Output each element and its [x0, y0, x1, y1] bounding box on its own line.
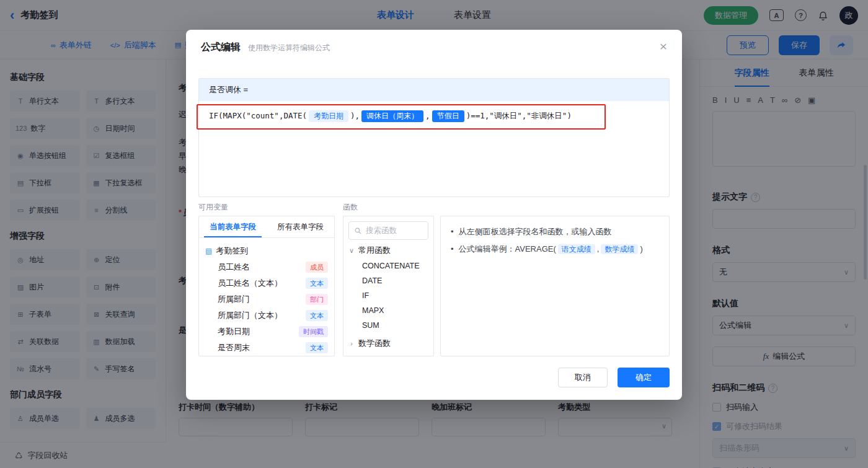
bullet-icon: •	[451, 225, 454, 239]
field-type-tag: 时间戳	[299, 326, 328, 337]
formula-field-token[interactable]: 考勤日期	[309, 110, 348, 122]
example-field-token: 语文成绩	[558, 244, 595, 254]
search-icon	[354, 227, 362, 235]
formula-field-token[interactable]: 调休日（周末）	[361, 110, 423, 122]
variables-tabs: 当前表单字段所有表单字段	[199, 216, 334, 238]
formula-text: ),	[350, 111, 360, 120]
function-item[interactable]: MAPX	[348, 303, 428, 318]
variable-field-row[interactable]: 所属部门（文本）文本	[205, 307, 328, 324]
variables-tree: ▤考勤签到员工姓名成员员工姓名（文本）文本所属部门部门所属部门（文本）文本考勤日…	[199, 238, 334, 356]
functions-tree: ∨常用函数CONCATENATEDATEIFMAPXSUM›数学函数›文本函数	[348, 242, 428, 356]
function-group[interactable]: ∨常用函数	[348, 242, 428, 258]
field-type-tag: 文本	[306, 278, 328, 289]
help-text: 从左侧面板选择字段名和函数，或输入函数	[459, 225, 612, 239]
form-node[interactable]: ▤考勤签到	[205, 243, 328, 259]
help-line: • 公式编辑举例：AVERAGE(语文成绩,数学成绩)	[451, 242, 659, 256]
variable-field-name: 员工姓名	[218, 262, 250, 273]
screen: ‹ 考勤签到 表单设计表单设置 数据管理 A ? 政 ∞表单外链</>后端脚本▤…	[0, 0, 868, 468]
confirm-button[interactable]: 确定	[618, 368, 670, 387]
function-group-label: 常用函数	[358, 245, 391, 256]
formula-field-token[interactable]: 节假日	[432, 110, 464, 122]
variable-field-row[interactable]: 员工姓名（文本）文本	[205, 275, 328, 291]
variable-field-row[interactable]: 是否周末文本	[205, 340, 328, 356]
function-search-input[interactable]: 搜索函数	[348, 221, 428, 240]
formula-text: ,	[425, 111, 430, 120]
chevron-right-icon: ›	[348, 340, 355, 347]
function-item[interactable]: IF	[348, 288, 428, 303]
function-item[interactable]: SUM	[348, 318, 428, 333]
function-group[interactable]: ›文本函数	[348, 354, 428, 356]
modal-header: 公式编辑 使用数学运算符编辑公式	[186, 30, 682, 54]
form-node-label: 考勤签到	[216, 245, 248, 257]
field-type-tag: 部门	[306, 294, 328, 305]
variable-field-name: 所属部门	[218, 294, 250, 305]
formula-text: IF(MAPX("count",DATE(	[209, 111, 307, 120]
variables-tab[interactable]: 所有表单字段	[267, 216, 334, 237]
variable-field-name: 所属部门（文本）	[218, 310, 282, 321]
modal-subtitle: 使用数学运算符编辑公式	[248, 43, 330, 53]
variables-label: 可用变量	[198, 202, 228, 213]
variable-field-row[interactable]: 所属部门部门	[205, 291, 328, 307]
formula-input[interactable]: IF(MAPX("count",DATE(考勤日期),调休日（周末）,节假日)=…	[199, 101, 669, 131]
modal-footer: 取消 确定	[558, 368, 670, 387]
search-placeholder: 搜索函数	[366, 226, 397, 236]
bullet-icon: •	[451, 242, 454, 256]
variables-panel: 当前表单字段所有表单字段 ▤考勤签到员工姓名成员员工姓名（文本）文本所属部门部门…	[198, 216, 335, 356]
close-icon[interactable]: ×	[660, 40, 667, 53]
functions-label: 函数	[343, 202, 358, 213]
function-item[interactable]: DATE	[348, 273, 428, 288]
formula-target-label: 是否调休 =	[199, 79, 669, 101]
field-type-tag: 文本	[306, 342, 328, 353]
variable-field-name: 员工姓名（文本）	[218, 278, 282, 289]
formula-editor-modal: 公式编辑 使用数学运算符编辑公式 × 是否调休 = IF(MAPX("count…	[186, 30, 682, 400]
variable-field-row[interactable]: 考勤日期时间戳	[205, 324, 328, 340]
variable-field-name: 是否周末	[218, 342, 250, 353]
function-group[interactable]: ›数学函数	[348, 335, 428, 351]
formula-editor-box: 是否调休 = IF(MAPX("count",DATE(考勤日期),调休日（周末…	[198, 78, 670, 197]
field-type-tag: 文本	[306, 310, 328, 321]
cancel-button[interactable]: 取消	[558, 368, 608, 387]
example-field-token: 数学成绩	[601, 244, 638, 254]
help-line: • 从左侧面板选择字段名和函数，或输入函数	[451, 225, 659, 239]
functions-panel: 搜索函数 ∨常用函数CONCATENATEDATEIFMAPXSUM›数学函数›…	[343, 216, 434, 356]
modal-title: 公式编辑	[201, 41, 241, 54]
formula-text: )==1,"调休日","非调休日")	[466, 111, 572, 120]
variable-field-row[interactable]: 员工姓名成员	[205, 259, 328, 275]
formula-help-panel: • 从左侧面板选择字段名和函数，或输入函数 • 公式编辑举例：AVERAGE(语…	[440, 216, 670, 356]
variables-tab[interactable]: 当前表单字段	[199, 216, 267, 237]
function-group-label: 数学函数	[358, 338, 391, 349]
chevron-down-icon: ∨	[348, 247, 355, 255]
function-item[interactable]: CONCATENATE	[348, 258, 428, 273]
form-doc-icon: ▤	[205, 247, 212, 255]
help-example: 公式编辑举例：AVERAGE(语文成绩,数学成绩)	[459, 242, 643, 256]
field-type-tag: 成员	[306, 262, 328, 273]
variable-field-name: 考勤日期	[218, 326, 250, 337]
